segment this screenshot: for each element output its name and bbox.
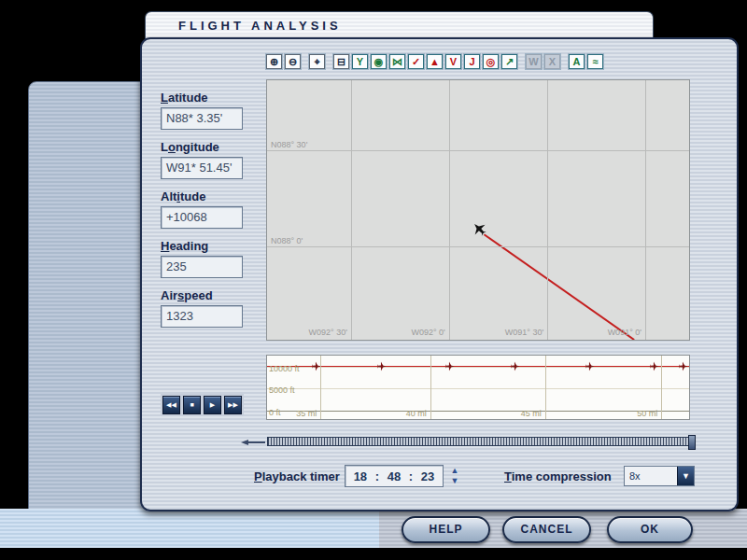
timer-minutes: 48 (388, 469, 401, 483)
spinner-up-icon[interactable]: ▲ (448, 466, 461, 476)
profile-aircraft-marker-icon (652, 361, 662, 371)
longitude-field-group: Longitude W91* 51.45' (161, 140, 245, 179)
map-gridline-horizontal (267, 246, 689, 247)
longitude-label: Longitude (161, 140, 245, 154)
playback-transport: ◀◀■▶▶▶ (162, 396, 245, 414)
time-compression-select[interactable]: 8x ▼ (624, 466, 695, 486)
latitude-label: Latitude (161, 91, 245, 105)
map-gridline-vertical (547, 80, 548, 340)
zoom-out-button[interactable]: ⊖ (285, 54, 301, 69)
altitude-profile-chart: 10000 ft5000 ft0 ft35 mi40 mi45 mi50 mi (266, 355, 690, 420)
help-button[interactable]: HELP (402, 516, 490, 543)
timer-hours: 18 (354, 469, 367, 483)
profile-aircraft-marker-icon (681, 361, 690, 371)
altitude-field-group: Altitude +10068 (161, 189, 245, 229)
profile-gridline-horizontal (267, 388, 689, 389)
wind-trace-button[interactable]: ≈ (587, 54, 603, 69)
marker-v-button[interactable]: V (445, 54, 461, 69)
flight-analysis-dialog: ⊕⊖⌖⊟Y◉⋈✓▲VJ◎↗WXA≈ Latitude N88* 3.35' Lo… (140, 37, 739, 511)
combo-dropdown-icon[interactable]: ▼ (677, 467, 694, 485)
label-a-button[interactable]: A (569, 54, 585, 69)
flight-path-line (267, 80, 690, 341)
timer-seconds: 23 (421, 469, 434, 483)
profile-distance-label: 45 mi (521, 409, 542, 418)
map-longitude-label: W091° 0' (608, 328, 641, 337)
map-longitude-label: W092° 30' (309, 328, 347, 337)
map-toolbar: ⊕⊖⌖⊟Y◉⋈✓▲VJ◎↗WXA≈ (266, 54, 606, 71)
slider-thumb[interactable] (688, 435, 696, 450)
marker-arrow-button[interactable]: ↗ (501, 54, 517, 69)
profile-distance-label: 50 mi (637, 409, 657, 418)
fast-forward-button[interactable]: ▶▶ (224, 396, 242, 414)
airspeed-input[interactable]: 1323 (161, 305, 243, 328)
rewind-button[interactable]: ◀◀ (162, 396, 180, 414)
print-button[interactable]: ⊟ (333, 54, 349, 69)
profile-altitude-label: 0 ft (269, 408, 281, 417)
track-position-button[interactable]: ◉ (371, 54, 387, 69)
map-longitude-label: W092° 0' (411, 328, 444, 337)
cancel-button[interactable]: CANCEL (502, 516, 591, 543)
playback-timer-input[interactable]: 18 : 48 : 23 (345, 465, 444, 487)
map-latitude-label: N088° 0' (271, 236, 303, 245)
map-gridline-horizontal (267, 150, 689, 151)
ok-button[interactable]: OK (607, 516, 693, 543)
airspeed-field-group: Airspeed 1323 (161, 288, 245, 328)
play-button[interactable]: ▶ (204, 396, 221, 414)
pan-center-button[interactable]: ⌖ (309, 54, 325, 69)
profile-gridline-vertical (430, 356, 431, 419)
longitude-input[interactable]: W91* 51.45' (161, 157, 243, 179)
profile-altitude-label: 10000 ft (269, 364, 300, 373)
profile-aircraft-marker-icon (447, 361, 458, 371)
w-disabled-button[interactable]: W (526, 54, 542, 69)
profile-gridline-horizontal (267, 367, 689, 368)
profile-aircraft-marker-icon (379, 361, 389, 371)
timer-spinner[interactable]: ▲ ▼ (448, 466, 461, 486)
time-compression-label: Time compression (504, 469, 612, 483)
marker-check-button[interactable]: ✓ (408, 54, 424, 69)
latitude-input[interactable]: N88* 3.35' (161, 107, 243, 130)
profile-gridline-vertical (545, 356, 546, 419)
map-gridline-vertical (351, 80, 352, 340)
track-markers-button[interactable]: ⋈ (389, 54, 405, 69)
track-start-button[interactable]: Y (352, 54, 368, 69)
slider-track[interactable] (267, 437, 695, 446)
profile-aircraft-marker-icon (513, 361, 523, 371)
profile-distance-label: 35 mi (296, 409, 317, 418)
zoom-in-button[interactable]: ⊕ (266, 54, 282, 69)
profile-altitude-label: 5000 ft (269, 385, 295, 395)
marker-triangle-button[interactable]: ▲ (427, 54, 443, 69)
heading-field-group: Heading 235 (161, 239, 245, 278)
profile-aircraft-marker-icon (587, 361, 598, 371)
playback-timer-label: Playback timer (254, 469, 340, 483)
altitude-label: Altitude (161, 189, 245, 203)
map-latitude-label: N088° 30' (271, 140, 307, 149)
ground-track-map[interactable]: W092° 30'W092° 0'W091° 30'W091° 0'N088° … (266, 79, 690, 341)
marker-spiral-button[interactable]: ◎ (483, 54, 499, 69)
altitude-input[interactable]: +10068 (161, 206, 243, 229)
heading-input[interactable]: 235 (161, 256, 243, 278)
profile-gridline-horizontal (267, 411, 689, 412)
bottom-button-bar: HELP CANCEL OK (379, 509, 747, 548)
marker-j-button[interactable]: J (464, 54, 480, 69)
profile-distance-label: 40 mi (406, 409, 427, 418)
bottom-left-bar (0, 509, 379, 548)
map-gridline-vertical (645, 80, 646, 340)
profile-aircraft-marker-icon (314, 361, 324, 371)
map-gridline-vertical (449, 80, 450, 340)
airspeed-label: Airspeed (161, 288, 245, 302)
heading-label: Heading (161, 239, 245, 253)
map-longitude-label: W091° 30' (505, 328, 543, 337)
spinner-down-icon[interactable]: ▼ (448, 476, 461, 486)
latitude-field-group: Latitude N88* 3.35' (161, 91, 245, 130)
stop-button[interactable]: ■ (183, 396, 201, 414)
x-disabled-button[interactable]: X (544, 54, 560, 69)
slider-left-arrow-icon[interactable] (241, 440, 265, 445)
playback-slider[interactable] (241, 435, 700, 449)
flight-analysis-tab[interactable]: FLIGHT ANALYSIS (145, 11, 654, 39)
